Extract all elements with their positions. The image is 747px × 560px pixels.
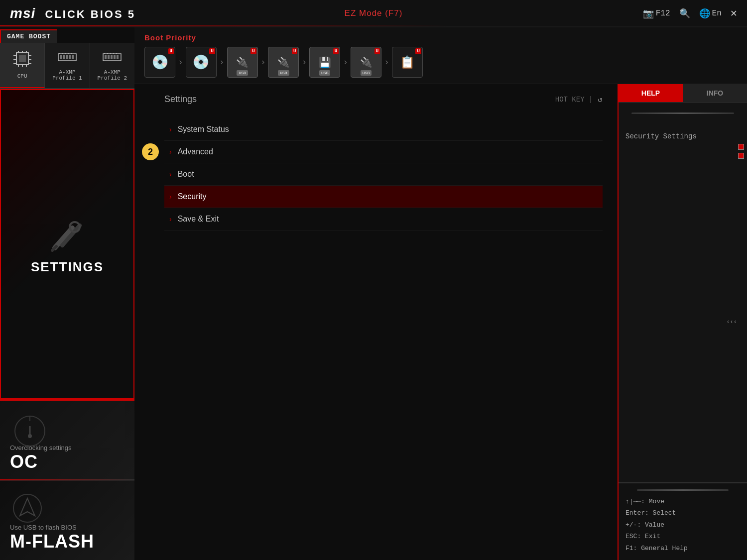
svg-point-43 xyxy=(28,434,32,438)
oc-label: OC xyxy=(10,451,38,472)
boot-badge-3: U xyxy=(292,48,297,54)
menu-item-boot[interactable]: › Boot xyxy=(164,163,603,186)
arrow-2: › xyxy=(260,57,266,67)
mflash-panel[interactable]: Use USB to flash BIOS M-FLASH xyxy=(0,480,134,560)
ez-mode-link[interactable]: EZ Mode (F7) xyxy=(345,8,403,18)
xmp2-tab-label: A-XMP Profile 2 xyxy=(94,69,130,81)
tab-info[interactable]: INFO xyxy=(683,84,747,102)
footer-line-3: ESC: Exit xyxy=(625,531,740,542)
menu-label-system-status: System Status xyxy=(178,125,229,134)
menu-item-advanced[interactable]: › Advanced 2 xyxy=(164,141,603,163)
svg-rect-18 xyxy=(69,55,71,59)
arrow-4: › xyxy=(343,57,348,67)
gb-tab-cpu[interactable]: CPU xyxy=(0,43,45,88)
help-panel-tabs: HELP INFO xyxy=(619,84,747,103)
menu-label-advanced: Advanced xyxy=(178,147,213,156)
search-button[interactable]: 🔍 xyxy=(679,8,690,19)
hdd-icon: 💿 xyxy=(151,54,169,71)
help-footer: ↑|→←: Move Enter: Select +/-: Value ESC:… xyxy=(619,482,747,560)
wrench-icon xyxy=(47,216,87,255)
xmp1-tab-label: A-XMP Profile 1 xyxy=(49,69,85,81)
arrow-0: › xyxy=(178,57,183,67)
lang-label: En xyxy=(712,9,722,18)
game-boost-section: GAME BOOST xyxy=(0,27,134,89)
annotation-circle: 2 xyxy=(142,143,159,160)
svg-rect-16 xyxy=(63,55,65,59)
cpu-tab-label: CPU xyxy=(4,73,40,79)
svg-rect-15 xyxy=(60,55,62,59)
footer-line-4: F1: General Help xyxy=(625,543,740,554)
menu-arrow-3: › xyxy=(169,193,172,201)
tab-help[interactable]: HELP xyxy=(619,84,683,102)
settings-icon-area: SETTINGS xyxy=(31,216,104,275)
menu-arrow-1: › xyxy=(169,148,172,156)
settings-menu-area: Settings HOT KEY | ↺ › System Status › xyxy=(134,84,618,560)
footer-line-0: ↑|→←: Move xyxy=(625,496,740,507)
optical-icon: 💿 xyxy=(192,54,210,71)
boot-device-3[interactable]: 🔌 U USB xyxy=(268,47,299,78)
hotkey-label: HOT KEY | xyxy=(555,96,593,104)
scrollbar-area[interactable] xyxy=(738,144,744,159)
boot-priority-bar: Boot Priority 💿 U › 💿 U › 🔌 U xyxy=(134,27,747,84)
expand-icon[interactable]: ‹‹‹ xyxy=(726,319,737,326)
logo: msi CLICK BIOS 5 xyxy=(10,5,135,21)
boot-device-6[interactable]: 📋 U xyxy=(392,47,423,78)
top-bar: msi CLICK BIOS 5 EZ Mode (F7) 📷 F12 🔍 🌐 … xyxy=(0,0,747,27)
usb1-label: USB xyxy=(237,70,248,76)
svg-rect-26 xyxy=(105,55,107,59)
reset-icon[interactable]: ↺ xyxy=(598,95,603,105)
usb2-label: USB xyxy=(278,70,289,76)
mflash-label: M-FLASH xyxy=(10,531,94,552)
usb4-icon: 🔌 xyxy=(360,56,373,69)
product-name: CLICK BIOS 5 xyxy=(45,8,135,20)
svg-rect-28 xyxy=(111,55,113,59)
svg-rect-29 xyxy=(114,55,116,59)
boot-device-1[interactable]: 💿 U xyxy=(186,47,217,78)
settings-menu: › System Status › Advanced 2 › Boot xyxy=(164,118,603,230)
menu-item-security[interactable]: › Security xyxy=(164,186,603,208)
usb3-icon: 💾 xyxy=(319,56,331,69)
menu-arrow-2: › xyxy=(169,170,172,178)
gb-tab-xmp1[interactable]: A-XMP Profile 1 xyxy=(45,43,90,88)
menu-item-system-status[interactable]: › System Status xyxy=(164,118,603,141)
screenshot-button[interactable]: 📷 F12 xyxy=(643,8,670,19)
menu-item-save-exit[interactable]: › Save & Exit xyxy=(164,208,603,230)
boot-badge-0: U xyxy=(168,48,174,54)
boot-device-2[interactable]: 🔌 U USB xyxy=(227,47,258,78)
xmp2-icon xyxy=(94,50,130,67)
oc-panel[interactable]: Overclocking settings OC xyxy=(0,401,134,480)
arrow-5: › xyxy=(384,57,389,67)
settings-panel-nav[interactable]: SETTINGS xyxy=(0,89,134,401)
svg-marker-45 xyxy=(20,498,35,516)
arrow-3: › xyxy=(301,57,307,67)
scroll-up-indicator[interactable] xyxy=(738,144,744,150)
boot-device-5[interactable]: 🔌 U USB xyxy=(351,47,381,78)
floppy-icon: 📋 xyxy=(400,55,415,70)
ez-mode-label: EZ Mode (F7) xyxy=(345,8,403,18)
hotkey-area: HOT KEY | ↺ xyxy=(555,95,603,105)
usb4-label: USB xyxy=(361,70,372,76)
f12-label: F12 xyxy=(656,9,670,18)
settings-page-title: Settings xyxy=(164,94,197,105)
boot-badge-5: U xyxy=(374,48,380,54)
help-panel: HELP INFO Security Settings ‹‹‹ ↑ xyxy=(618,84,747,560)
arrow-1: › xyxy=(219,57,225,67)
scroll-down-indicator[interactable] xyxy=(738,153,744,159)
close-button[interactable]: ✕ xyxy=(731,6,737,20)
language-button[interactable]: 🌐 En xyxy=(699,8,722,19)
gb-tab-xmp2[interactable]: A-XMP Profile 2 xyxy=(90,43,134,88)
settings-title-bar: Settings HOT KEY | ↺ xyxy=(164,94,603,109)
main-content-area: Settings HOT KEY | ↺ › System Status › xyxy=(134,84,747,560)
usb1-icon: 🔌 xyxy=(236,56,249,69)
footer-line-1: Enter: Select xyxy=(625,507,740,519)
menu-label-boot: Boot xyxy=(178,170,194,179)
footer-line-2: +/-: Value xyxy=(625,519,740,531)
usb3-label: USB xyxy=(319,70,330,76)
boot-devices-list: 💿 U › 💿 U › 🔌 U USB › xyxy=(144,47,423,78)
svg-rect-17 xyxy=(66,55,68,59)
help-divider-top xyxy=(619,103,747,124)
cpu-icon xyxy=(4,50,40,71)
boot-device-0[interactable]: 💿 U xyxy=(144,47,175,78)
boot-device-4[interactable]: 💾 U USB xyxy=(309,47,340,78)
menu-label-save-exit: Save & Exit xyxy=(178,215,219,224)
